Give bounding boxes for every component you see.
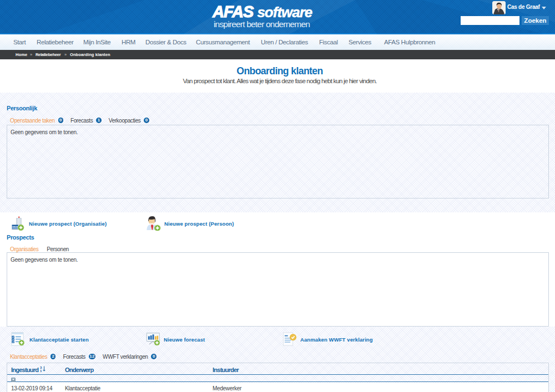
svg-text:1: 1 (40, 369, 42, 373)
svg-text:3: 3 (40, 366, 42, 369)
